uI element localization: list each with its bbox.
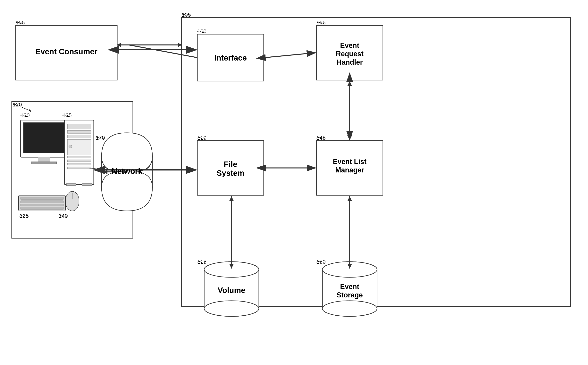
- svg-marker-82: [347, 81, 352, 86]
- svg-rect-60: [323, 270, 377, 308]
- svg-text:120: 120: [13, 102, 22, 108]
- svg-marker-85: [229, 196, 234, 201]
- svg-text:110: 110: [197, 135, 206, 141]
- svg-rect-41: [82, 183, 92, 186]
- svg-text:135: 135: [20, 213, 29, 219]
- svg-marker-67: [117, 42, 121, 47]
- svg-text:Event List: Event List: [333, 158, 367, 166]
- svg-marker-69: [122, 169, 126, 174]
- svg-text:Handler: Handler: [337, 58, 363, 66]
- svg-rect-4: [197, 140, 264, 195]
- svg-marker-89: [347, 264, 352, 268]
- svg-rect-28: [38, 157, 50, 162]
- svg-text:Storage: Storage: [337, 291, 363, 299]
- svg-rect-3: [317, 25, 383, 80]
- svg-rect-1: [16, 25, 117, 80]
- svg-point-64: [322, 262, 377, 277]
- svg-text:Event Consumer: Event Consumer: [35, 47, 98, 56]
- svg-rect-34: [67, 140, 91, 155]
- svg-text:Event: Event: [340, 283, 359, 291]
- svg-rect-37: [67, 160, 91, 162]
- svg-rect-52: [205, 270, 259, 308]
- svg-marker-70: [104, 169, 107, 174]
- svg-text:165: 165: [317, 20, 326, 26]
- svg-rect-32: [67, 130, 91, 133]
- svg-text:115: 115: [197, 259, 206, 265]
- svg-rect-26: [21, 120, 67, 157]
- svg-marker-83: [347, 135, 352, 140]
- svg-point-23: [102, 135, 152, 178]
- svg-text:125: 125: [63, 112, 72, 118]
- svg-point-47: [65, 191, 79, 211]
- svg-text:System: System: [217, 169, 244, 177]
- svg-rect-2: [197, 34, 264, 81]
- svg-text:105: 105: [182, 12, 191, 18]
- svg-text:Volume: Volume: [218, 286, 245, 295]
- svg-text:File: File: [224, 160, 237, 168]
- svg-line-14: [21, 107, 31, 111]
- svg-text:Manager: Manager: [335, 166, 364, 174]
- svg-line-76: [265, 53, 315, 58]
- svg-rect-31: [67, 124, 91, 129]
- svg-rect-50: [204, 269, 259, 309]
- diagram: 155 105 160 165 110 145 120 130 1: [0, 0, 588, 365]
- svg-rect-33: [67, 135, 91, 138]
- svg-text:Event: Event: [340, 42, 359, 49]
- svg-rect-30: [64, 120, 94, 184]
- svg-point-35: [69, 145, 72, 148]
- svg-rect-6: [12, 102, 133, 238]
- svg-point-56: [204, 262, 259, 277]
- svg-rect-25: [103, 170, 151, 182]
- svg-text:Interface: Interface: [214, 54, 247, 62]
- svg-rect-36: [67, 156, 91, 158]
- svg-line-71: [129, 45, 197, 58]
- svg-text:Request: Request: [336, 50, 363, 58]
- svg-rect-38: [67, 163, 91, 165]
- svg-rect-39: [67, 167, 91, 169]
- svg-rect-43: [21, 197, 64, 200]
- svg-point-24: [102, 166, 152, 209]
- svg-text:130: 130: [21, 112, 30, 118]
- svg-point-51: [204, 301, 259, 316]
- svg-point-55: [204, 301, 259, 316]
- svg-marker-88: [347, 196, 352, 201]
- svg-text:Network: Network: [112, 167, 143, 175]
- svg-rect-5: [317, 140, 383, 195]
- svg-point-57: [322, 262, 377, 277]
- svg-rect-0: [182, 18, 570, 307]
- svg-rect-46: [21, 207, 64, 210]
- svg-rect-42: [19, 195, 65, 211]
- svg-text:150: 150: [317, 259, 326, 265]
- svg-text:155: 155: [16, 20, 25, 26]
- svg-rect-45: [21, 204, 64, 206]
- svg-rect-29: [31, 162, 57, 164]
- svg-rect-27: [23, 123, 64, 153]
- svg-text:170: 170: [96, 135, 105, 141]
- svg-text:140: 140: [59, 213, 68, 219]
- svg-rect-40: [66, 183, 76, 186]
- svg-rect-58: [322, 269, 377, 309]
- svg-text:160: 160: [197, 28, 206, 34]
- svg-marker-15: [29, 109, 31, 112]
- svg-point-63: [322, 301, 377, 316]
- svg-text:145: 145: [317, 135, 326, 141]
- svg-point-59: [322, 301, 377, 316]
- svg-marker-66: [178, 42, 182, 47]
- svg-rect-44: [21, 201, 64, 203]
- svg-marker-86: [229, 264, 234, 268]
- svg-point-49: [204, 262, 259, 277]
